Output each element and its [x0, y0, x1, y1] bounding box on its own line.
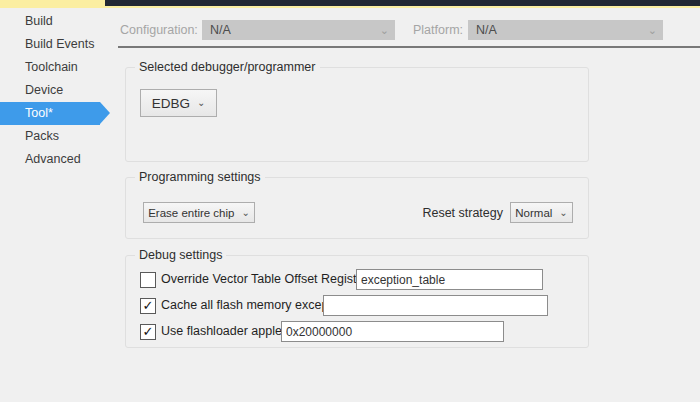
group-selected-debugger: Selected debugger/programmer EDBG ⌄ [125, 67, 589, 162]
override-vtor-input[interactable] [356, 269, 543, 290]
debug-setting-row: Override Vector Table Offset Register [126, 269, 588, 290]
sidebar-item-advanced[interactable]: Advanced [0, 148, 100, 171]
reset-strategy-value: Normal [515, 207, 552, 219]
configuration-label: Configuration: [120, 20, 198, 40]
group-debug-settings: Debug settings Override Vector Table Off… [125, 255, 589, 348]
configuration-dropdown[interactable]: N/A ⌄ [202, 20, 395, 40]
selected-item-arrow [100, 102, 110, 124]
group-title: Debug settings [135, 248, 226, 262]
platform-value: N/A [476, 23, 497, 37]
chevron-down-icon: ⌄ [197, 99, 205, 107]
override-vtor-checkbox[interactable] [140, 272, 156, 288]
reset-strategy-group: Reset strategy Normal ⌄ [422, 202, 573, 223]
header-separator [118, 46, 700, 48]
sidebar-item-packs[interactable]: Packs [0, 125, 100, 148]
platform-dropdown[interactable]: N/A ⌄ [468, 20, 663, 40]
chevron-down-icon: ⌄ [648, 25, 657, 35]
flashloader-label: Use flashloader applet [161, 321, 285, 342]
cache-flash-label: Cache all flash memory except [161, 295, 332, 316]
sidebar-item-label: Tool* [25, 106, 53, 120]
sidebar-item-toolchain[interactable]: Toolchain [0, 56, 100, 79]
reset-strategy-dropdown[interactable]: Normal ⌄ [510, 202, 573, 223]
configuration-value: N/A [210, 23, 231, 37]
settings-nav-sidebar: Build Build Events Toolchain Device Tool… [0, 10, 115, 171]
group-programming-settings: Programming settings Erase entire chip ⌄… [125, 177, 589, 239]
top-accent-underline [105, 6, 700, 8]
debugger-select-button[interactable]: EDBG ⌄ [140, 89, 217, 117]
cache-flash-input[interactable] [323, 295, 548, 316]
top-accent-tab [0, 0, 105, 8]
erase-mode-dropdown[interactable]: Erase entire chip ⌄ [143, 202, 255, 223]
debugger-select-value: EDBG [152, 96, 190, 111]
sidebar-item-device[interactable]: Device [0, 79, 100, 102]
chevron-down-icon: ⌄ [380, 25, 389, 35]
sidebar-item-build-events[interactable]: Build Events [0, 33, 100, 56]
sidebar-item-tool[interactable]: Tool* [0, 102, 100, 125]
cache-flash-checkbox[interactable]: ✓ [140, 298, 156, 314]
debug-setting-row: ✓ Cache all flash memory except [126, 295, 588, 316]
flashloader-checkbox[interactable]: ✓ [140, 324, 156, 340]
debug-setting-row: ✓ Use flashloader applet [126, 321, 588, 342]
sidebar-item-build[interactable]: Build [0, 10, 100, 33]
flashloader-input[interactable] [281, 321, 504, 342]
platform-label: Platform: [413, 20, 463, 40]
reset-strategy-label: Reset strategy [422, 206, 503, 220]
erase-mode-value: Erase entire chip [148, 207, 234, 219]
chevron-down-icon: ⌄ [241, 209, 249, 217]
override-vtor-label: Override Vector Table Offset Register [161, 269, 368, 290]
group-title: Selected debugger/programmer [135, 60, 320, 74]
chevron-down-icon: ⌄ [559, 209, 567, 217]
group-title: Programming settings [135, 170, 265, 184]
